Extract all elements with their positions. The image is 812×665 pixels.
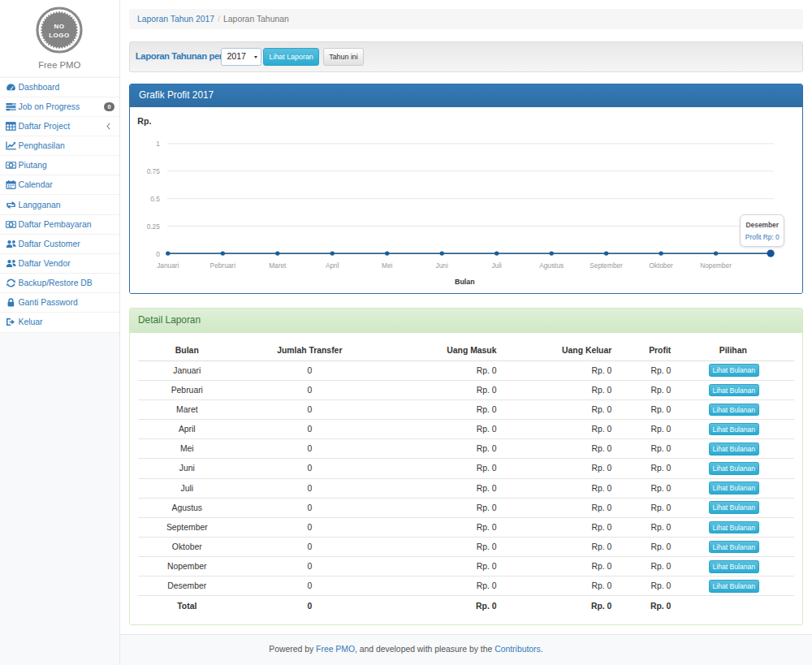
svg-text:Rp.: Rp. [137,116,151,126]
svg-text:Oktober: Oktober [649,261,673,270]
svg-text:Agustus: Agustus [539,261,564,270]
svg-text:Bulan: Bulan [455,278,475,286]
svg-text:0.25: 0.25 [147,222,161,230]
svg-text:1: 1 [156,139,160,147]
svg-text:Juli: Juli [491,261,502,270]
svg-text:Juni: Juni [436,261,448,270]
svg-text:April: April [326,261,339,270]
svg-text:Pebruari: Pebruari [210,261,236,270]
svg-text:0.5: 0.5 [150,194,160,202]
svg-text:Mei: Mei [382,261,393,270]
svg-text:0.75: 0.75 [147,166,161,175]
svg-text:Nopember: Nopember [700,261,732,270]
svg-text:September: September [590,261,623,270]
svg-text:0: 0 [156,249,160,257]
svg-text:NO: NO [54,23,65,30]
svg-text:LOGO: LOGO [49,32,70,39]
svg-text:Maret: Maret [269,261,287,270]
svg-text:Januari: Januari [157,261,179,270]
